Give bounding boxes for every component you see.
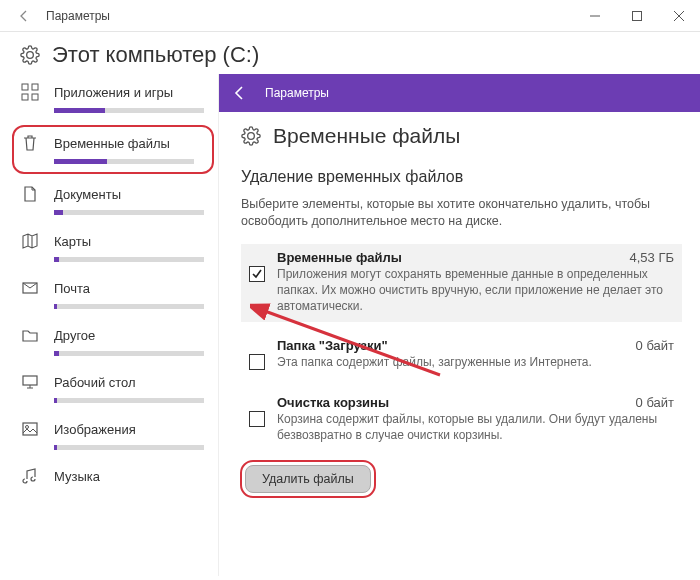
option-size: 0 байт <box>628 338 674 353</box>
option-checkbox[interactable] <box>249 266 265 282</box>
option-size: 4,53 ГБ <box>622 250 674 265</box>
option-temp-files[interactable]: Временные файлы 4,53 ГБ Приложения могут… <box>241 244 682 323</box>
usage-bar <box>54 108 204 113</box>
sidebar-item-label: Рабочий стол <box>54 375 136 390</box>
maximize-button[interactable] <box>616 0 658 32</box>
content-header: Временные файлы <box>219 112 700 154</box>
sidebar-item-label: Приложения и игры <box>54 85 173 100</box>
sidebar-item-music[interactable]: Музыка <box>20 462 218 492</box>
page-title: Этот компьютер (C:) <box>52 42 259 68</box>
svg-rect-9 <box>23 376 37 385</box>
arrow-left-icon <box>16 8 32 24</box>
titlebar-back-button[interactable] <box>8 0 40 32</box>
option-name: Очистка корзины <box>277 395 389 410</box>
folder-icon <box>20 325 40 345</box>
close-button[interactable] <box>658 0 700 32</box>
usage-bar <box>54 398 204 403</box>
option-checkbox[interactable] <box>249 354 265 370</box>
content-back-button[interactable] <box>223 74 257 112</box>
sidebar-item-images[interactable]: Изображения <box>20 415 218 456</box>
mail-icon <box>20 278 40 298</box>
sidebar: Приложения и игры Временные файлы Докуме… <box>0 74 218 576</box>
sidebar-item-docs[interactable]: Документы <box>20 180 218 221</box>
usage-bar <box>54 445 204 450</box>
section-title: Удаление временных файлов <box>219 154 700 192</box>
sidebar-item-label: Документы <box>54 187 121 202</box>
page-header: Этот компьютер (C:) <box>0 32 700 74</box>
sidebar-item-label: Изображения <box>54 422 136 437</box>
document-icon <box>20 184 40 204</box>
sidebar-item-label: Другое <box>54 328 95 343</box>
usage-bar <box>54 304 204 309</box>
option-name: Папка "Загрузки" <box>277 338 388 353</box>
gear-icon <box>241 126 261 146</box>
sidebar-item-label: Музыка <box>54 469 100 484</box>
sidebar-item-apps[interactable]: Приложения и игры <box>20 78 218 119</box>
svg-rect-7 <box>32 94 38 100</box>
svg-rect-5 <box>32 84 38 90</box>
sidebar-item-label: Карты <box>54 234 91 249</box>
usage-bar <box>54 351 204 356</box>
minimize-button[interactable] <box>574 0 616 32</box>
option-description: Приложения могут сохранять временные дан… <box>277 265 674 315</box>
option-description: Корзина содержит файлы, которые вы удали… <box>277 410 674 443</box>
image-icon <box>20 419 40 439</box>
trash-icon <box>20 133 40 153</box>
option-downloads[interactable]: Папка "Загрузки" 0 байт Эта папка содерж… <box>241 332 682 378</box>
minimize-icon <box>590 11 600 21</box>
option-checkbox[interactable] <box>249 411 265 427</box>
sidebar-item-maps[interactable]: Карты <box>20 227 218 268</box>
content-pane: Параметры Временные файлы Удаление време… <box>218 74 700 576</box>
usage-bar <box>54 159 194 164</box>
window-controls <box>574 0 700 32</box>
usage-bar <box>54 210 204 215</box>
check-icon <box>252 269 262 279</box>
apps-icon <box>20 82 40 102</box>
option-name: Временные файлы <box>277 250 402 265</box>
svg-point-11 <box>26 426 29 429</box>
svg-rect-6 <box>22 94 28 100</box>
content-breadcrumb: Параметры <box>219 74 700 112</box>
sidebar-item-label: Временные файлы <box>54 136 170 151</box>
titlebar-title: Параметры <box>40 9 574 23</box>
svg-rect-10 <box>23 423 37 435</box>
svg-rect-4 <box>22 84 28 90</box>
sidebar-item-desktop[interactable]: Рабочий стол <box>20 368 218 409</box>
close-icon <box>674 11 684 21</box>
gear-icon <box>20 45 40 65</box>
sidebar-item-other[interactable]: Другое <box>20 321 218 362</box>
music-icon <box>20 466 40 486</box>
option-description: Эта папка содержит файлы, загруженные из… <box>277 353 674 370</box>
option-size: 0 байт <box>628 395 674 410</box>
content-title: Временные файлы <box>273 124 460 148</box>
desktop-icon <box>20 372 40 392</box>
titlebar: Параметры <box>0 0 700 32</box>
sidebar-item-temp[interactable]: Временные файлы <box>12 125 214 174</box>
option-recycle-bin[interactable]: Очистка корзины 0 байт Корзина содержит … <box>241 389 682 451</box>
sidebar-item-mail[interactable]: Почта <box>20 274 218 315</box>
delete-files-button[interactable]: Удалить файлы <box>245 465 371 493</box>
arrow-left-icon <box>231 84 249 102</box>
maximize-icon <box>632 11 642 21</box>
map-icon <box>20 231 40 251</box>
usage-bar <box>54 257 204 262</box>
breadcrumb-label: Параметры <box>261 86 329 100</box>
svg-rect-1 <box>633 11 642 20</box>
section-description: Выберите элементы, которые вы хотите око… <box>219 192 700 236</box>
sidebar-item-label: Почта <box>54 281 90 296</box>
